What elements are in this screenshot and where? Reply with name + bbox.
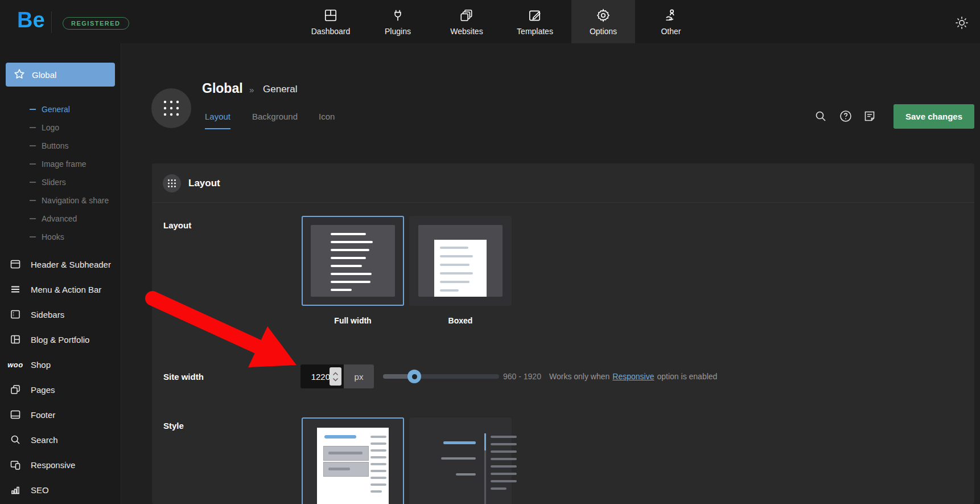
site-width-input-box	[300, 364, 344, 388]
layout-option-boxed[interactable]	[409, 216, 512, 306]
full-width-thumbnail	[311, 225, 395, 297]
dash-icon	[30, 182, 36, 183]
boxed-thumbnail	[418, 225, 503, 297]
dots-grid-icon	[163, 174, 181, 192]
templates-icon	[528, 8, 542, 23]
tab-background[interactable]: Background	[252, 112, 298, 129]
sidebar-item-menu-action-bar[interactable]: Menu & Action Bar	[0, 278, 121, 301]
topbar-nav-dashboard[interactable]: Dashboard	[299, 0, 363, 43]
chevron-down-icon	[332, 378, 339, 382]
help-icon[interactable]	[839, 109, 853, 123]
seo-icon	[8, 483, 23, 496]
pages-icon	[8, 383, 23, 396]
site-width-control: px	[300, 364, 374, 388]
style-option-transparent-content[interactable]	[409, 417, 512, 504]
footer-icon	[8, 408, 23, 421]
sidebar-sub-image-frame[interactable]: Image frame	[0, 155, 121, 173]
site-width-row-label: Site width	[163, 372, 204, 382]
number-spinner[interactable]	[330, 367, 341, 386]
dashboard-icon	[323, 8, 338, 23]
dots-grid-icon	[160, 97, 182, 119]
sidebar-item-sidebars[interactable]: Sidebars	[0, 303, 121, 326]
websites-icon	[459, 8, 474, 23]
sidebar-item-seo[interactable]: SEO	[0, 478, 121, 501]
header-subheader-icon	[8, 258, 23, 271]
sidebar-item-pages[interactable]: Pages	[0, 378, 121, 401]
slider-handle-dot	[412, 374, 417, 379]
dash-icon	[30, 218, 36, 219]
sidebar-sub-hooks[interactable]: Hooks	[0, 228, 121, 246]
hand-person-icon	[664, 8, 678, 23]
site-width-unit: px	[344, 364, 374, 388]
layout-panel: Layout Layout	[152, 163, 974, 504]
sidebar-item-search[interactable]: Search	[0, 428, 121, 451]
sidebar-item-blog-portfolio[interactable]: Blog & Portfolio	[0, 328, 121, 351]
dash-icon	[30, 127, 36, 128]
tab-layout[interactable]: Layout	[205, 112, 230, 129]
sidebar-item-global[interactable]: Global	[6, 63, 115, 87]
topbar-nav-templates[interactable]: Templates	[503, 0, 567, 43]
sidebar-sub-sliders[interactable]: Sliders	[0, 173, 121, 191]
betheme-logo[interactable]: Be	[17, 8, 45, 32]
sun-icon	[954, 23, 970, 32]
topbar-nav-websites[interactable]: Websites	[435, 0, 499, 43]
site-width-hint: Works only whenResponsiveoption is enabl…	[549, 372, 717, 381]
search-icon[interactable]	[814, 109, 827, 123]
tab-icon[interactable]: Icon	[319, 112, 335, 129]
site-width-input[interactable]	[300, 364, 330, 388]
sidebar-item-footer[interactable]: Footer	[0, 403, 121, 426]
sidebar-sub-logo[interactable]: Logo	[0, 118, 121, 137]
breadcrumb-separator: »	[249, 85, 254, 95]
topbar: Be REGISTERED Dashboard Plugins	[0, 0, 980, 43]
dash-icon	[30, 236, 36, 237]
registered-badge: REGISTERED	[63, 17, 129, 30]
panel-header: Layout	[152, 163, 974, 203]
dash-icon	[30, 109, 36, 110]
sidebar-sub-buttons[interactable]: Buttons	[0, 137, 121, 155]
blog-portfolio-icon	[8, 333, 23, 346]
style-thumbnail-2	[409, 417, 512, 504]
layout-row-label: Layout	[163, 220, 191, 230]
woo-icon: woo	[8, 358, 23, 371]
panel-title: Layout	[188, 178, 220, 189]
style-option-boxed-content[interactable]	[302, 417, 404, 504]
chevron-up-icon	[332, 372, 339, 376]
layout-option-full-width[interactable]	[302, 216, 404, 306]
search-icon	[8, 433, 23, 446]
site-width-slider[interactable]	[383, 374, 499, 379]
dash-icon	[30, 163, 36, 165]
notes-icon[interactable]	[863, 109, 876, 123]
sidebar: Global General Logo Buttons Image frame …	[0, 43, 121, 504]
sidebar-sub-general[interactable]: General	[0, 100, 121, 118]
style-thumbnail-1	[317, 428, 389, 504]
sidebar-sub-navigation-share[interactable]: Navigation & share	[0, 191, 121, 210]
style-row-label: Style	[163, 421, 184, 431]
layout-option-label: Boxed	[409, 316, 512, 325]
responsive-icon	[8, 458, 23, 471]
site-width-range: 960 - 1920	[503, 372, 541, 381]
dash-icon	[30, 145, 36, 146]
sidebar-item-header-subheader[interactable]: Header & Subheader	[0, 253, 121, 276]
breadcrumb-primary: Global	[202, 81, 243, 96]
section-avatar	[151, 88, 191, 128]
menu-action-bar-icon	[8, 283, 23, 296]
sidebar-sub-advanced[interactable]: Advanced	[0, 210, 121, 228]
gear-icon	[596, 8, 611, 23]
sidebar-item-shop[interactable]: woo Shop	[0, 353, 121, 376]
sidebar-item-responsive[interactable]: Responsive	[0, 453, 121, 476]
layout-option-label: Full width	[302, 316, 404, 325]
responsive-link[interactable]: Responsive	[612, 372, 654, 381]
sidebar-item-label: Global	[32, 70, 56, 80]
star-icon	[14, 68, 25, 81]
dash-icon	[30, 200, 36, 201]
app-root: Be REGISTERED Dashboard Plugins	[0, 0, 980, 504]
slider-handle[interactable]	[407, 370, 421, 383]
topbar-nav-other[interactable]: Other	[639, 0, 703, 43]
sidebars-icon	[8, 308, 23, 321]
plugins-icon	[390, 8, 405, 23]
theme-toggle-button[interactable]	[954, 15, 970, 31]
logo-divider	[51, 11, 52, 33]
topbar-nav-options[interactable]: Options	[571, 0, 635, 43]
topbar-nav-plugins[interactable]: Plugins	[366, 0, 430, 43]
save-changes-button[interactable]: Save changes	[893, 104, 974, 129]
